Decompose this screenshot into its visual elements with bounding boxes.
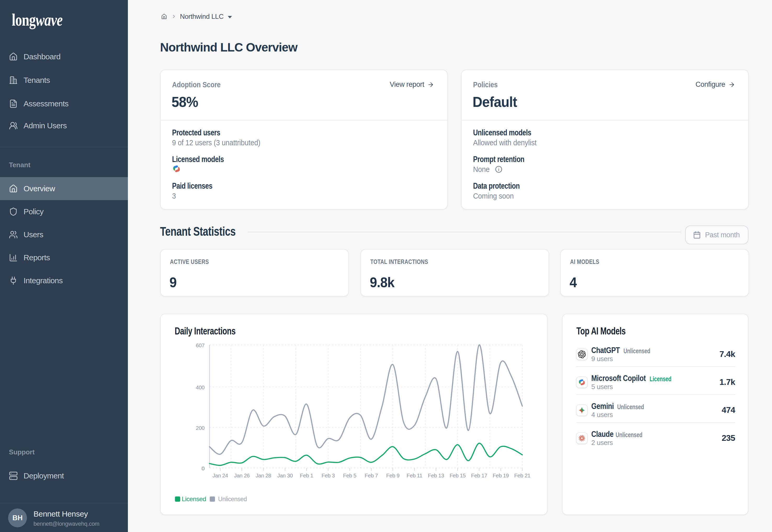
svg-text:Unlicensed: Unlicensed bbox=[218, 496, 247, 502]
svg-text:Feb 7: Feb 7 bbox=[365, 472, 378, 478]
svg-text:Jan 24: Jan 24 bbox=[213, 472, 228, 478]
svg-text:400: 400 bbox=[196, 384, 205, 390]
svg-text:607: 607 bbox=[196, 342, 205, 348]
svg-text:Licensed: Licensed bbox=[182, 495, 206, 502]
svg-text:Feb 9: Feb 9 bbox=[386, 472, 400, 478]
svg-text:Feb 15: Feb 15 bbox=[449, 472, 466, 478]
svg-text:Feb 11: Feb 11 bbox=[407, 472, 422, 478]
svg-text:Feb 21: Feb 21 bbox=[514, 472, 530, 478]
svg-text:Jan 26: Jan 26 bbox=[234, 472, 250, 478]
svg-text:200: 200 bbox=[196, 425, 205, 431]
svg-text:Jan 28: Jan 28 bbox=[256, 472, 271, 478]
svg-text:Feb 1: Feb 1 bbox=[300, 472, 313, 478]
svg-text:Feb 19: Feb 19 bbox=[493, 472, 509, 478]
svg-text:Feb 5: Feb 5 bbox=[343, 472, 356, 478]
svg-text:Jan 30: Jan 30 bbox=[277, 472, 293, 478]
svg-text:Feb 13: Feb 13 bbox=[428, 472, 444, 478]
svg-text:Feb 17: Feb 17 bbox=[471, 472, 487, 478]
svg-text:0: 0 bbox=[202, 465, 205, 471]
svg-text:Feb 3: Feb 3 bbox=[321, 472, 335, 478]
